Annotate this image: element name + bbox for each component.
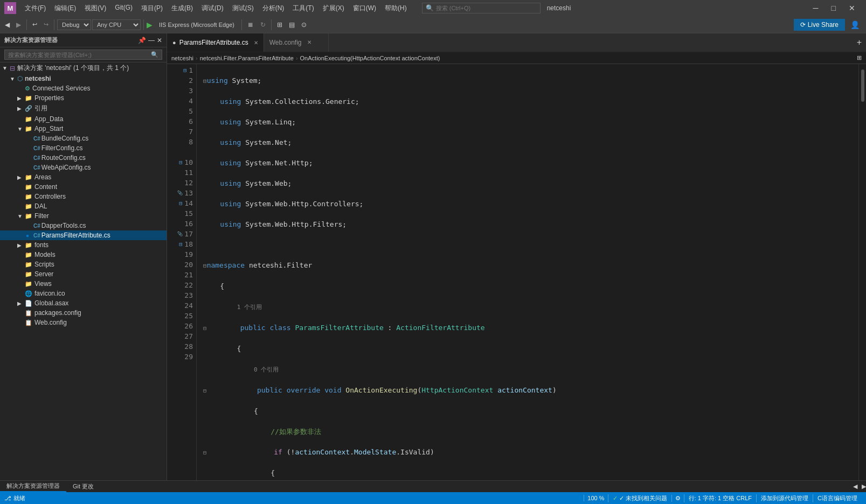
sidebar-item-server[interactable]: 📁 Server xyxy=(0,269,167,279)
code-content[interactable]: ⊟using System; using System.Collections.… xyxy=(197,64,858,480)
pin-icon[interactable]: 📌 xyxy=(138,37,146,44)
window-close[interactable]: ✕ xyxy=(842,2,862,15)
sidebar-item-content[interactable]: 📁 Content xyxy=(0,182,167,192)
sidebar-item-app-data[interactable]: 📁 App_Data xyxy=(0,114,167,124)
sidebar-item-fonts[interactable]: ▶ 📁 fonts xyxy=(0,240,167,250)
status-encoding[interactable]: C语言编码管理 xyxy=(813,494,862,502)
sidebar-item-bundleconfig[interactable]: C# BundleConfig.cs xyxy=(0,134,167,143)
toolbar-undo[interactable]: ↩ xyxy=(30,19,40,30)
menu-window[interactable]: 窗口(W) xyxy=(349,2,380,15)
tab-add-button[interactable]: + xyxy=(853,33,866,52)
title-search-box[interactable]: 🔍 xyxy=(422,3,541,13)
tab-webconfig[interactable]: Web.config ✕ xyxy=(264,33,329,52)
restart-button[interactable]: ↻ xyxy=(258,19,268,30)
cpu-config-dropdown[interactable]: Any CPU xyxy=(92,19,141,30)
sidebar-item-views[interactable]: 📁 Views xyxy=(0,279,167,289)
sidebar-item-favicon[interactable]: 🌐 favicon.ico xyxy=(0,289,167,298)
menu-extensions[interactable]: 扩展(X) xyxy=(318,2,349,15)
menu-view[interactable]: 视图(V) xyxy=(80,2,110,15)
bottom-tab-solution[interactable]: 解决方案资源管理器 xyxy=(0,481,66,492)
sidebar-item-app-start[interactable]: ▼ 📁 App_Start xyxy=(0,124,167,134)
properties-icon: 📁 xyxy=(25,95,32,102)
webconfig-label: Web.config xyxy=(34,319,67,326)
ready-label: 就绪 xyxy=(13,494,25,502)
sidebar-item-dappertools[interactable]: C# DapperTools.cs xyxy=(0,221,167,230)
toolbar-back[interactable]: ◀ xyxy=(2,19,12,30)
account-icon[interactable]: 👤 xyxy=(846,19,864,31)
code-line-18: //如果参数非法 xyxy=(203,426,856,437)
status-zoom[interactable]: 100 % xyxy=(584,495,607,501)
title-search-input[interactable] xyxy=(436,5,522,11)
menu-file[interactable]: 文件(F) xyxy=(20,2,50,15)
sidebar-item-controllers[interactable]: 📁 Controllers xyxy=(0,192,167,201)
routeconfig-label: RouteConfig.cs xyxy=(41,154,86,162)
live-share-icon: ⟳ xyxy=(800,21,806,29)
live-share-button[interactable]: ⟳ Live Share xyxy=(794,19,845,31)
toolbar-extra2[interactable]: ▤ xyxy=(286,19,297,30)
status-position[interactable]: 行: 1 字符: 1 空格 CRLF xyxy=(684,494,756,502)
menu-edit[interactable]: 编辑(E) xyxy=(50,2,80,15)
sidebar-item-routeconfig[interactable]: C# RouteConfig.cs xyxy=(0,153,167,163)
code-editor[interactable]: ⊟1 2345678 ⊟10 11 12 📎13 ⊟14 1516 📎17 ⊟1… xyxy=(167,64,866,480)
toolbar-extra1[interactable]: ⊞ xyxy=(274,19,285,30)
solution-icon: ⊟ xyxy=(10,65,15,72)
status-config-icon[interactable]: ⚙ xyxy=(671,495,684,502)
breadcrumb-project[interactable]: netceshi xyxy=(171,55,193,61)
filterconfig-label: FilterConfig.cs xyxy=(41,144,83,152)
close-sidebar-icon[interactable]: ✕ xyxy=(157,37,162,44)
sidebar-item-webapi[interactable]: C# WebApiConfig.cs xyxy=(0,163,167,172)
editor-scrollbar[interactable] xyxy=(858,64,866,480)
run-button[interactable]: IIS Express (Microsoft Edge) xyxy=(155,20,239,30)
sidebar-item-global[interactable]: ▶ 📄 Global.asax xyxy=(0,298,167,308)
sidebar-item-filterconfig[interactable]: C# FilterConfig.cs xyxy=(0,143,167,153)
tab-paramsfilter[interactable]: ● ParamsFilterAttribute.cs ✕ xyxy=(167,33,264,52)
scroll-left-icon[interactable]: ◀ xyxy=(853,483,857,490)
live-share-label: Live Share xyxy=(808,21,839,29)
breadcrumb-class[interactable]: netceshi.Filter.ParamsFilterAttribute xyxy=(200,55,294,61)
app-start-label: App_Start xyxy=(34,125,63,132)
toolbar-forward[interactable]: ▶ xyxy=(13,19,24,30)
scrollbar-thumb[interactable] xyxy=(861,69,864,102)
sidebar-item-packages[interactable]: 📋 packages.config xyxy=(0,308,167,318)
scroll-right-icon[interactable]: ▶ xyxy=(862,483,866,490)
sidebar-item-properties[interactable]: ▶ 📁 Properties xyxy=(0,93,167,103)
sidebar-item-models[interactable]: 📁 Models xyxy=(0,250,167,260)
project-root[interactable]: ▼ ⬡ netceshi xyxy=(0,74,167,83)
breadcrumb-method[interactable]: OnActionExecuting(HttpActionContext acti… xyxy=(300,55,440,61)
status-source-control[interactable]: 添加到源代码管理 xyxy=(756,494,813,502)
sidebar-item-paramsfilter[interactable]: ● C# ParamsFilterAttribute.cs xyxy=(0,230,167,240)
solution-root[interactable]: ▼ ⊟ 解决方案 'netceshi' (1 个项目，共 1 个) xyxy=(0,62,167,74)
toolbar-extra3[interactable]: ⊙ xyxy=(299,19,309,30)
menu-analyze[interactable]: 分析(N) xyxy=(258,2,289,15)
sidebar-item-filter[interactable]: ▼ 📁 Filter xyxy=(0,211,167,221)
sidebar-item-areas[interactable]: ▶ 📁 Areas xyxy=(0,172,167,182)
sidebar-search-input[interactable] xyxy=(8,52,151,58)
sidebar-item-references[interactable]: ▶ 🔗 引用 xyxy=(0,103,167,114)
vs-logo: M xyxy=(4,2,16,14)
menu-debug[interactable]: 调试(D) xyxy=(197,2,228,15)
sidebar-item-webconfig[interactable]: 📋 Web.config xyxy=(0,318,167,327)
menu-test[interactable]: 测试(S) xyxy=(228,2,258,15)
window-minimize[interactable]: ─ xyxy=(807,2,825,15)
cs-icon-filter: C# xyxy=(33,145,40,151)
cs-icon-params: C# xyxy=(33,233,40,239)
sidebar-item-connected-services[interactable]: ⚙ Connected Services xyxy=(0,83,167,93)
menu-project[interactable]: 项目(P) xyxy=(137,2,167,15)
debug-config-dropdown[interactable]: Debug xyxy=(57,19,91,30)
window-maximize[interactable]: □ xyxy=(825,2,842,15)
menu-git[interactable]: Git(G) xyxy=(110,2,137,15)
code-line-17: { xyxy=(203,406,856,416)
menu-help[interactable]: 帮助(H) xyxy=(380,2,411,15)
sidebar-item-dal[interactable]: 📁 DAL xyxy=(0,201,167,211)
tab-webconfig-close[interactable]: ✕ xyxy=(307,39,311,45)
sidebar-item-scripts[interactable]: 📁 Scripts xyxy=(0,260,167,269)
menu-tools[interactable]: 工具(T) xyxy=(288,2,318,15)
tab-paramsfilter-close[interactable]: ✕ xyxy=(254,40,258,46)
collapse-icon[interactable]: — xyxy=(148,37,155,44)
toolbar-redo[interactable]: ↪ xyxy=(41,19,51,30)
stop-button[interactable]: ⏹ xyxy=(245,19,257,30)
menu-build[interactable]: 生成(B) xyxy=(167,2,197,15)
expand-editor-icon[interactable]: ⊞ xyxy=(857,54,862,61)
status-ok-indicator[interactable]: ✓ ✓ 未找到相关问题 xyxy=(608,494,671,502)
bottom-tab-git[interactable]: Git 更改 xyxy=(66,481,100,492)
